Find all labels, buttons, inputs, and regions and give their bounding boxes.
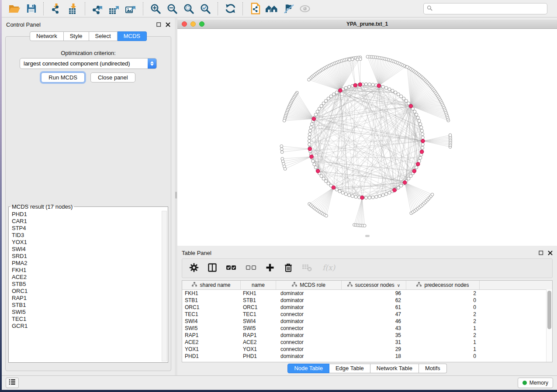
table-tab-node-table[interactable]: Node Table [287, 364, 329, 373]
zoom-fit-button[interactable] [181, 1, 196, 16]
mcds-result-item[interactable]: TEC1 [10, 316, 161, 323]
mcds-result-item[interactable]: STB1 [10, 302, 161, 309]
mcds-result-item[interactable]: SRD1 [10, 253, 161, 260]
open-folder-button[interactable] [7, 1, 22, 16]
control-panel: Control Panel NetworkStyleSelectMCDS Opt… [2, 18, 175, 375]
table-scrollbar-thumb[interactable] [547, 291, 551, 329]
minimize-window-button[interactable] [190, 21, 196, 27]
table-row[interactable]: TEC1TEC1connector472 [182, 311, 546, 318]
table-tab-motifs[interactable]: Motifs [419, 364, 447, 373]
table-row[interactable]: STB1STB1dominator620 [182, 297, 546, 304]
table-scrollbar[interactable] [546, 289, 552, 362]
result-scrollbar[interactable] [162, 211, 167, 361]
columns-button[interactable] [208, 263, 217, 274]
column-header-shared-name[interactable]: shared name [182, 281, 241, 289]
delete-button[interactable] [284, 263, 293, 274]
table-cell: 18 [342, 353, 406, 359]
export-table-button[interactable] [107, 1, 121, 16]
session-houses-button[interactable] [264, 1, 279, 16]
column-header-predecessor-nodes[interactable]: predecessor nodes [406, 281, 480, 289]
mcds-result-item[interactable]: SWI5 [10, 309, 161, 316]
horizontal-splitter-handle[interactable] [365, 235, 370, 237]
add-button[interactable] [265, 263, 275, 274]
table-row[interactable]: RAP1RAP1dominator352 [182, 332, 546, 339]
zoom-selected-button[interactable] [198, 1, 213, 16]
import-table-icon [67, 3, 78, 14]
table-tab-edge-table[interactable]: Edge Table [329, 364, 370, 373]
save-button[interactable] [24, 1, 38, 16]
mcds-result-item[interactable]: FKH1 [10, 267, 161, 274]
close-window-button[interactable] [182, 21, 187, 27]
table-cell: 35 [342, 332, 406, 338]
import-network-icon [50, 3, 62, 14]
close-panel-icon[interactable] [166, 22, 170, 27]
task-history-button[interactable] [6, 378, 19, 388]
network-file-icon [249, 3, 261, 14]
mcds-result-item[interactable]: YOX1 [10, 239, 161, 246]
tab-style[interactable]: Style [64, 31, 89, 41]
export-image-button[interactable] [123, 1, 138, 16]
mcds-result-item[interactable]: GCR1 [10, 323, 161, 330]
optimization-criterion-label: Optimization criterion: [6, 50, 171, 56]
mcds-result-item[interactable]: STB5 [10, 281, 161, 288]
close-panel-button[interactable]: Close panel [90, 72, 135, 83]
table-row[interactable]: FKH1FKH1dominator962 [182, 290, 546, 297]
mcds-result-item[interactable]: SWI4 [10, 246, 161, 253]
maximize-window-button[interactable] [199, 21, 204, 27]
mcds-result-item[interactable]: STP4 [10, 225, 161, 232]
tab-network[interactable]: Network [30, 31, 64, 41]
column-header-successor-nodes[interactable]: successor nodes∨ [342, 281, 406, 289]
float-table-panel-icon[interactable] [539, 251, 543, 255]
splitter-handle[interactable] [175, 192, 177, 199]
network-file-button[interactable] [248, 1, 263, 16]
import-table-button[interactable] [65, 1, 80, 16]
close-table-panel-icon[interactable] [548, 251, 553, 255]
eye-button[interactable] [298, 1, 312, 16]
column-header-name[interactable]: name [241, 281, 276, 289]
control-panel-title: Control Panel [6, 21, 41, 28]
mcds-result-item[interactable]: PMA2 [10, 260, 161, 267]
task-list-icon [8, 378, 16, 387]
table-panel-titlebar: Table Panel [177, 248, 557, 258]
gear-button[interactable] [189, 263, 199, 274]
mcds-result-list: PHD1CAR1STP4TID3YOX1SWI4SRD1PMA2FKH1ACE2… [10, 211, 161, 361]
table-row[interactable]: SWI5SWI5connector431 [182, 325, 546, 332]
import-network-button[interactable] [48, 1, 63, 16]
criterion-value: largest connected component (undirected) [20, 60, 148, 67]
run-mcds-button[interactable]: Run MCDS [41, 72, 85, 83]
function-button[interactable]: f(x) [322, 262, 336, 275]
table-row[interactable]: SWI4SWI4dominator462 [182, 318, 546, 325]
network-graph[interactable] [177, 29, 557, 246]
table-row[interactable]: PHD1PHD1dominator180 [182, 353, 546, 360]
tab-mcds[interactable]: MCDS [118, 31, 147, 41]
search-box[interactable] [423, 3, 547, 14]
mcds-result-item[interactable]: CAR1 [10, 218, 161, 225]
export-network-button[interactable] [90, 1, 105, 16]
mcds-result-item[interactable]: PHD1 [10, 211, 161, 218]
refresh-button[interactable] [223, 1, 238, 16]
table-delete-button[interactable] [302, 263, 313, 274]
float-panel-icon[interactable] [156, 22, 161, 27]
mcds-result-item[interactable]: RAP1 [10, 295, 161, 302]
mcds-result-item[interactable]: ACE2 [10, 274, 161, 281]
search-input[interactable] [435, 5, 544, 12]
criterion-select[interactable]: largest connected component (undirected) [20, 58, 157, 69]
mcds-result-item[interactable]: ORC1 [10, 288, 161, 295]
memory-button[interactable]: Memory [518, 378, 553, 388]
zoom-out-button[interactable] [165, 1, 180, 16]
graphics-details-button[interactable] [281, 1, 296, 16]
table-cell: 96 [342, 290, 406, 296]
table-row[interactable]: ORC1ORC1dominator610 [182, 304, 546, 311]
table-row[interactable]: YOX1YOX1connector291 [182, 346, 546, 353]
deselect-all-button[interactable] [246, 263, 256, 274]
table-cell: 2 [406, 311, 480, 317]
table-tab-network-table[interactable]: Network Table [370, 364, 419, 373]
tab-select[interactable]: Select [89, 31, 118, 41]
zoom-in-button[interactable] [148, 1, 163, 16]
mcds-result-item[interactable]: TID3 [10, 232, 161, 239]
column-header-MCDS-role[interactable]: MCDS role [276, 281, 342, 289]
network-canvas[interactable] [177, 29, 557, 246]
select-all-button[interactable] [226, 263, 237, 274]
table-row[interactable]: ACE2ACE2connector311 [182, 339, 546, 346]
table-cell: SWI5 [182, 325, 241, 331]
